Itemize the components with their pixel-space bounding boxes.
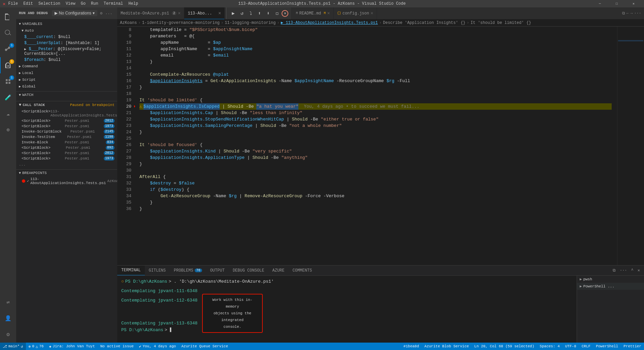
activity-remote[interactable]: ⇌: [0, 294, 16, 310]
status-spaces[interactable]: Spaces: 4: [537, 343, 562, 350]
status-errors[interactable]: ⊗ 0 △ 76: [26, 343, 46, 350]
bc-describe[interactable]: Describe 'Application Insights' {}: [383, 21, 465, 25]
debug-stepinto-btn[interactable]: ⬆: [255, 9, 263, 18]
terminal-close-btn[interactable]: ✕: [636, 267, 641, 274]
tab-readme-close[interactable]: ×: [327, 11, 330, 16]
activity-git[interactable]: ⊕: [0, 122, 16, 138]
menu-file[interactable]: File: [8, 1, 18, 6]
cs-item-1[interactable]: <ScriptBlock> Pester.psm1 2012: [16, 118, 117, 124]
minimize-button[interactable]: ─: [592, 0, 608, 7]
status-language[interactable]: PowerShell: [593, 343, 621, 350]
terminal-tab-azure[interactable]: AZURE: [268, 266, 289, 275]
menu-terminal[interactable]: Terminal: [104, 1, 123, 6]
terminal-tab-terminal[interactable]: TERMINAL: [117, 266, 145, 275]
status-encoding[interactable]: UTF-8: [562, 343, 579, 350]
activity-settings[interactable]: ⚙: [0, 326, 16, 343]
line-26: It 'should be focused' {: [139, 142, 612, 148]
watch-header[interactable]: ▼ WATCH: [16, 92, 117, 98]
status-azurite-queue[interactable]: Azurite Queue Service: [179, 343, 231, 350]
more-editor-icon[interactable]: ···: [634, 11, 641, 16]
debug-stepout-btn[interactable]: ⬇: [264, 9, 272, 18]
local-section[interactable]: ▶ Local: [16, 70, 117, 76]
terminal-panel-pwsh[interactable]: ▶ pwsh: [577, 276, 644, 283]
tab-meditate-close[interactable]: ×: [178, 11, 181, 16]
terminal-split-btn[interactable]: ⧉: [611, 268, 617, 274]
terminal-tab-output[interactable]: OUTPUT: [206, 266, 229, 275]
activity-run-debug[interactable]: 1: [0, 57, 16, 73]
menu-help[interactable]: Help: [128, 1, 138, 6]
command-section[interactable]: ▶ Command: [16, 63, 117, 70]
gear-icon[interactable]: ⚙: [100, 11, 102, 16]
cs-item-7[interactable]: <ScriptBlock> Pester.psm1 2012: [16, 150, 117, 156]
breakpoint-item-0[interactable]: ✓ 113-AboutApplicationInsights.Tests.ps1…: [16, 176, 117, 186]
var-pester[interactable]: ▶ $___Pester: @{Discovery=False; Current…: [16, 46, 117, 57]
debug-stepover-btn[interactable]: ⤵: [247, 9, 255, 18]
activity-testing[interactable]: 🧪: [0, 90, 16, 106]
cs-item-6[interactable]: <ScriptBlock> Pester.psm1 892: [16, 145, 117, 150]
split-editor-icon[interactable]: ⧉: [622, 11, 625, 16]
script-section[interactable]: ▶ Script: [16, 76, 117, 83]
bc-11logging[interactable]: 11-logging-monitoring: [225, 21, 276, 25]
status-jira[interactable]: ◈ Jira: John Van Tuyt: [46, 343, 98, 350]
terminal-content[interactable]: ○ PS D:\gh\AzKoans > . 'D:\gh\AzKoans\Me…: [117, 276, 577, 343]
cs-item-5[interactable]: Invoke-Block Pester.psm1 834: [16, 140, 117, 145]
menu-run[interactable]: Run: [91, 1, 98, 6]
tab-config-close[interactable]: ×: [371, 11, 373, 16]
cs-item-4[interactable]: Invoke-TestItem Pester.psm1 1198: [16, 134, 117, 140]
status-formatter[interactable]: Prettier: [621, 343, 644, 350]
cs-item-0[interactable]: <ScriptBlock> 113-AboutApplicationInsigh…: [16, 109, 117, 118]
bc-azkoans[interactable]: AzKoans: [120, 21, 137, 25]
run-config-button[interactable]: ▶ No Configurations ▾: [52, 10, 97, 16]
menu-selection[interactable]: Selection: [38, 1, 60, 6]
terminal-tab-gitlens[interactable]: GITLENS: [145, 266, 170, 275]
activity-account[interactable]: 👤: [0, 310, 16, 326]
tab-readme[interactable]: M README.md M ×: [292, 7, 333, 19]
close-button[interactable]: ✕: [626, 0, 641, 7]
activity-azure[interactable]: ☁: [0, 106, 16, 122]
bc-file[interactable]: ▶ 113-AboutApplicationInsights.Tests.ps1: [281, 20, 378, 25]
cs-item-2[interactable]: <ScriptBlock> Pester.psm1 1973: [16, 124, 117, 129]
status-cursor[interactable]: Ln 20, Col 68 (59 selected): [472, 343, 537, 350]
status-branch[interactable]: ⎇ main* ↺: [0, 343, 26, 350]
menu-view[interactable]: View: [66, 1, 75, 6]
activity-explorer[interactable]: [0, 9, 16, 25]
debug-continue-btn[interactable]: ▶: [229, 9, 237, 18]
status-azurite-blob[interactable]: Azurite Blob Service: [422, 343, 472, 350]
global-section[interactable]: ▶ Global: [16, 83, 117, 90]
breakpoints-header[interactable]: ▼ BREAKPOINTS: [16, 170, 117, 176]
tab-meditate[interactable]: Meditate-OnAzure.ps1 2 ×: [117, 7, 184, 19]
status-no-active-issue[interactable]: No active issue: [98, 343, 136, 350]
bc-it[interactable]: It 'should be limited' {}: [471, 21, 531, 25]
menu-go[interactable]: Go: [81, 1, 86, 6]
terminal-maximize-btn[interactable]: ^: [630, 268, 635, 274]
variables-header[interactable]: ▼ VARIABLES: [16, 21, 117, 27]
debug-stop-btn[interactable]: ◻: [273, 9, 281, 18]
menu-edit[interactable]: Edit: [23, 1, 33, 6]
editor-forward-icon[interactable]: →: [630, 11, 633, 16]
status-git-commit[interactable]: #1bea8d: [401, 343, 422, 350]
cs-item-8[interactable]: <ScriptBlock> Pester.psm1 1973: [16, 156, 117, 161]
tab-113-close[interactable]: ×: [218, 11, 221, 16]
debug-disconnect-btn[interactable]: ✕: [282, 10, 288, 17]
maximize-button[interactable]: □: [609, 0, 624, 7]
more-button[interactable]: ...: [105, 11, 112, 15]
terminal-panel-powershell[interactable]: ▶ PowerShell ...: [577, 283, 644, 290]
tab-113[interactable]: 113-Abo... ×: [184, 7, 225, 19]
status-git-blame[interactable]: ✔ You, 4 days ago: [136, 343, 179, 350]
terminal-tab-debug-console[interactable]: DEBUG CONSOLE: [229, 266, 268, 275]
terminal-more-btn[interactable]: ···: [618, 268, 629, 274]
editor-back-icon[interactable]: ←: [626, 11, 629, 16]
tab-config[interactable]: {} config.json ×: [334, 7, 377, 19]
activity-extensions[interactable]: 1: [0, 73, 16, 90]
cs-item-3[interactable]: Invoke-ScriptBlock Pester.psm1 2145: [16, 129, 117, 134]
activity-source-control[interactable]: 1: [0, 41, 16, 57]
terminal-tab-comments[interactable]: COMMENTS: [289, 266, 316, 275]
status-line-ending[interactable]: CRLF: [579, 343, 593, 350]
bc-1identity[interactable]: 1-identity-governance-monitoring: [142, 21, 220, 25]
debug-restart-btn[interactable]: ↺: [238, 9, 246, 18]
terminal-tab-problems[interactable]: PROBLEMS 76: [170, 266, 206, 275]
more-callstack[interactable]: ...: [16, 161, 117, 168]
activity-search[interactable]: [0, 25, 16, 41]
auto-section-header[interactable]: ▼ Auto: [16, 27, 117, 34]
code-content[interactable]: templateFile = "$PSScriptRoot\$num.bicep…: [134, 27, 617, 265]
